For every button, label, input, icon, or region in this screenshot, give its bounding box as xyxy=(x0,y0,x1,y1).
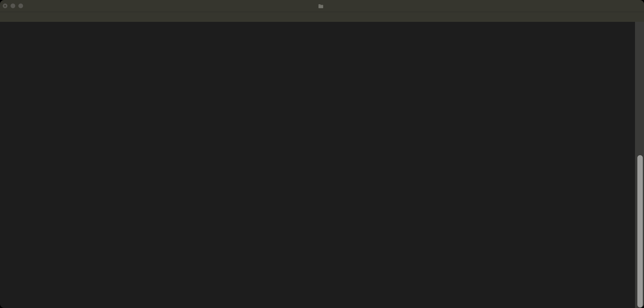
scrollbar-thumb[interactable] xyxy=(637,155,643,308)
terminal-tab[interactable] xyxy=(0,12,644,22)
folder-icon xyxy=(318,1,324,13)
function-key-bar xyxy=(0,302,635,308)
scrollbar-track[interactable] xyxy=(635,22,644,308)
terminal-window xyxy=(0,0,644,308)
htop-screen xyxy=(0,22,635,308)
tab-bar xyxy=(0,12,644,22)
window-title xyxy=(0,0,644,12)
title-bar xyxy=(0,0,644,12)
